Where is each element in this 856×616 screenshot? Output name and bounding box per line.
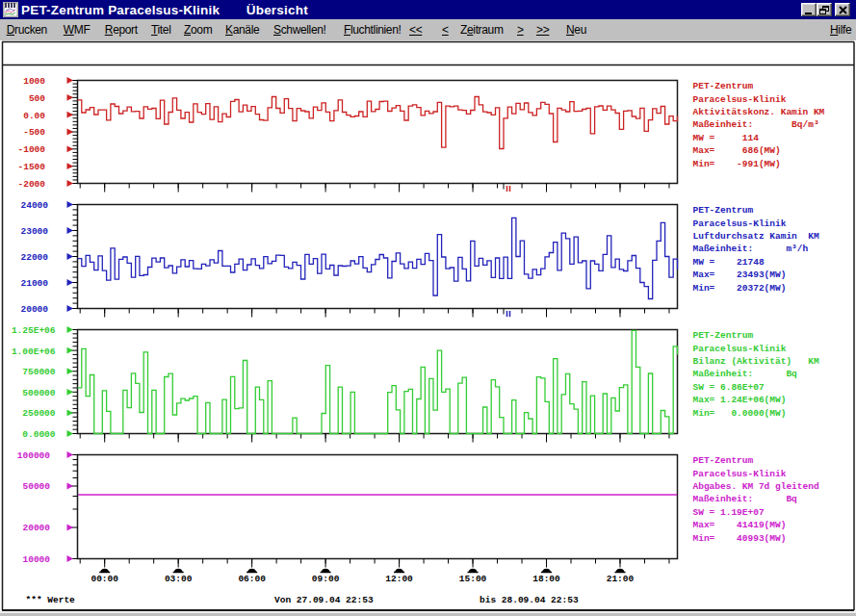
svg-text:Von 27.09.04 22:53: Von 27.09.04 22:53: [274, 595, 374, 605]
svg-text:*** Werte: *** Werte: [26, 595, 76, 605]
svg-text:Maßeinheit: m³/h: Maßeinheit: m³/h: [693, 244, 809, 254]
svg-text:Maßeinheit: Bq/m³: Maßeinheit: Bq/m³: [693, 119, 819, 130]
svg-text:Maßeinheit: Bq: Maßeinheit: Bq: [693, 494, 798, 504]
svg-text:Min= 40993(MW): Min= 40993(MW): [693, 533, 787, 544]
svg-text:500000: 500000: [22, 388, 56, 398]
svg-text:Bilanz (Aktivität) KM: Bilanz (Aktivität) KM: [693, 356, 819, 367]
svg-text:03:00: 03:00: [165, 574, 193, 584]
svg-text:PET-Zentrum: PET-Zentrum: [693, 455, 754, 466]
svg-text:23000: 23000: [20, 226, 48, 237]
svg-text:15:00: 15:00: [459, 574, 487, 584]
svg-text:24000: 24000: [20, 200, 48, 211]
svg-text:0.0000: 0.0000: [22, 429, 56, 440]
svg-text:00:00: 00:00: [91, 574, 118, 584]
svg-text:-2000: -2000: [17, 179, 45, 190]
svg-text:Min= 20372(MW): Min= 20372(MW): [693, 283, 787, 294]
svg-text:Max= 1.24E+06(MW): Max= 1.24E+06(MW): [693, 395, 787, 405]
svg-text:09:00: 09:00: [312, 574, 340, 584]
svg-text:250000: 250000: [22, 408, 56, 419]
svg-text:Max= 23493(MW): Max= 23493(MW): [693, 270, 787, 280]
svg-text:Paracelsus-Klinik: Paracelsus-Klinik: [693, 344, 787, 354]
svg-text:500: 500: [29, 93, 45, 104]
svg-text:Paracelsus-Klinik: Paracelsus-Klinik: [693, 218, 787, 229]
svg-text:Max= 686(MW): Max= 686(MW): [693, 145, 781, 156]
svg-text:SW = 1.19E+07: SW = 1.19E+07: [693, 507, 765, 518]
svg-text:PET-Zentrum: PET-Zentrum: [693, 330, 754, 341]
svg-text:21:00: 21:00: [607, 574, 635, 584]
svg-text:50000: 50000: [22, 481, 50, 492]
svg-text:20000: 20000: [22, 523, 50, 533]
svg-text:06:00: 06:00: [238, 574, 266, 584]
svg-text:SW = 6.86E+07: SW = 6.86E+07: [693, 382, 765, 393]
svg-text:18:00: 18:00: [532, 574, 560, 584]
svg-text:MW = 21748: MW = 21748: [693, 257, 765, 268]
svg-text:-1000: -1000: [17, 144, 45, 155]
svg-text:Min= 0.0000(MW): Min= 0.0000(MW): [693, 408, 787, 419]
svg-text:Min= -991(MW): Min= -991(MW): [693, 159, 781, 169]
svg-text:Max= 41419(MW): Max= 41419(MW): [693, 520, 787, 530]
svg-text:750000: 750000: [22, 367, 56, 377]
svg-text:Maßeinheit: Bq: Maßeinheit: Bq: [693, 369, 798, 379]
svg-text:20000: 20000: [20, 304, 48, 315]
svg-text:PET-Zentrum: PET-Zentrum: [693, 205, 754, 216]
svg-text:MW = 114: MW = 114: [693, 133, 760, 143]
svg-text:Luftdurchsatz Kamin KM: Luftdurchsatz Kamin KM: [693, 231, 819, 242]
svg-text:22000: 22000: [20, 252, 48, 263]
svg-text:100000: 100000: [17, 450, 51, 461]
svg-text:1.25E+06: 1.25E+06: [12, 325, 56, 336]
svg-text:Paracelsus-Klinik: Paracelsus-Klinik: [693, 94, 787, 105]
svg-text:10000: 10000: [22, 554, 50, 565]
svg-text:Abgabes. KM 7d gleitend: Abgabes. KM 7d gleitend: [693, 481, 819, 492]
svg-text:bis 28.09.04 22:53: bis 28.09.04 22:53: [480, 595, 579, 605]
svg-text:-500: -500: [23, 127, 45, 138]
svg-text:Aktivitätskonz. Kamin KM: Aktivitätskonz. Kamin KM: [693, 107, 825, 117]
svg-text:21000: 21000: [20, 278, 48, 289]
svg-text:12:00: 12:00: [385, 574, 413, 584]
svg-text:1.00E+06: 1.00E+06: [12, 346, 56, 357]
svg-text:-1500: -1500: [17, 162, 45, 172]
svg-text:0.00: 0.00: [23, 111, 45, 121]
svg-text:PET-Zentrum: PET-Zentrum: [693, 81, 754, 91]
svg-text:1000: 1000: [23, 76, 45, 87]
svg-text:Paracelsus-Klinik: Paracelsus-Klinik: [693, 469, 787, 479]
